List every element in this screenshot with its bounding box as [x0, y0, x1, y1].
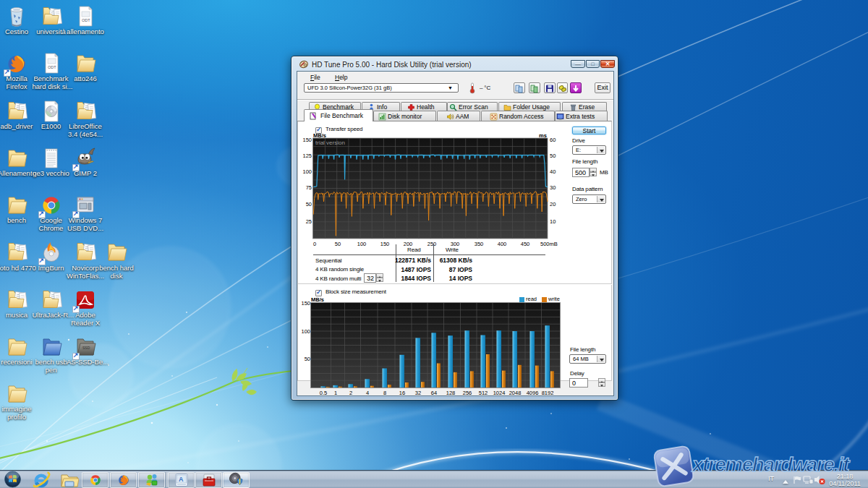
svg-text:trial version: trial version	[315, 140, 345, 146]
svg-text:xtremehardware.it: xtremehardware.it	[691, 453, 851, 476]
svg-text:A: A	[179, 476, 184, 483]
